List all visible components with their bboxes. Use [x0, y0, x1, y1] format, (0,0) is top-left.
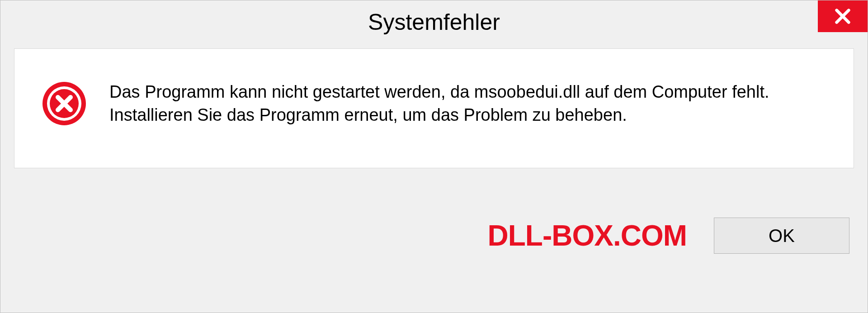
footer: DLL-BOX.COM OK	[0, 168, 868, 313]
titlebar: Systemfehler	[0, 0, 868, 40]
dialog-title: Systemfehler	[368, 9, 500, 35]
error-message: Das Programm kann nicht gestartet werden…	[109, 81, 826, 127]
ok-button[interactable]: OK	[714, 218, 849, 254]
watermark-text: DLL-BOX.COM	[488, 219, 687, 252]
close-icon	[834, 7, 852, 25]
content-area: Das Programm kann nicht gestartet werden…	[14, 48, 854, 168]
close-button[interactable]	[818, 0, 868, 32]
error-dialog: Systemfehler Das Programm kann nicht ges…	[0, 0, 868, 313]
error-icon	[42, 81, 87, 126]
